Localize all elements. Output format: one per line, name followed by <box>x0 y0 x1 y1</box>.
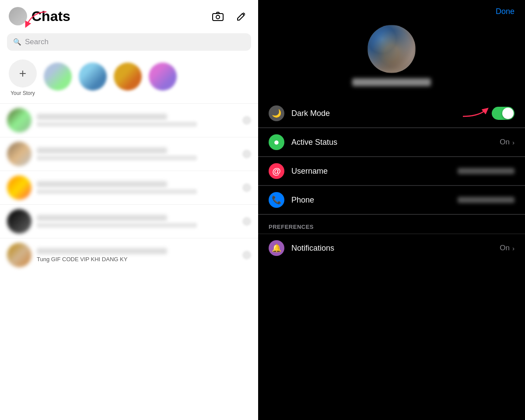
chat-avatar <box>7 108 32 133</box>
profile-section <box>258 21 525 99</box>
chat-message-blur <box>37 189 197 194</box>
left-panel: Chats 🔍 Search <box>0 0 258 420</box>
notifications-value: On <box>500 244 510 252</box>
phone-icon: 📞 <box>269 192 284 208</box>
profile-avatar-overlay <box>368 25 416 73</box>
settings-section: 🌙 Dark Mode <box>258 99 525 420</box>
dark-mode-item[interactable]: 🌙 Dark Mode <box>258 99 525 128</box>
header-icons <box>210 8 249 24</box>
chat-item[interactable] <box>0 103 258 137</box>
camera-button[interactable] <box>210 8 226 24</box>
chat-item[interactable] <box>0 204 258 238</box>
chat-name-blur <box>37 147 167 154</box>
chat-name-blur <box>37 114 167 120</box>
chat-name-blur <box>37 248 167 254</box>
user-avatar[interactable] <box>9 7 27 25</box>
active-status-icon: ● <box>269 134 284 150</box>
header-left: Chats <box>9 7 70 25</box>
right-panel: Done 🌙 Dark Mode <box>258 0 525 420</box>
story-avatar-4 <box>149 63 177 91</box>
svg-rect-1 <box>213 14 223 21</box>
active-status-chevron: › <box>512 139 514 146</box>
username-icon: @ <box>269 163 284 179</box>
chat-avatar <box>7 243 32 267</box>
story-item-4[interactable] <box>149 63 177 93</box>
phone-item[interactable]: 📞 Phone <box>258 186 525 214</box>
profile-name-blur <box>352 78 431 86</box>
notifications-label: Notifications <box>291 244 500 253</box>
chats-header: Chats <box>0 0 258 30</box>
chat-info <box>37 147 237 161</box>
add-story-button[interactable]: + <box>9 60 37 88</box>
search-placeholder-text: Search <box>25 38 49 46</box>
chat-message-blur <box>37 223 197 228</box>
active-status-label: Active Status <box>291 138 500 147</box>
chat-avatar <box>7 175 32 200</box>
chat-avatar <box>7 209 32 234</box>
chat-avatar <box>7 142 32 166</box>
search-icon: 🔍 <box>13 38 21 46</box>
chats-title: Chats <box>32 8 70 24</box>
chat-time <box>242 217 251 226</box>
story-item-2[interactable] <box>79 63 107 93</box>
stories-row: + Your Story <box>0 56 258 103</box>
chat-message-blur <box>37 122 197 127</box>
search-bar[interactable]: 🔍 Search <box>7 33 251 51</box>
notifications-icon: 🔔 <box>269 240 284 256</box>
dark-mode-toggle[interactable] <box>492 107 514 120</box>
story-avatar-2 <box>79 63 107 91</box>
chat-info <box>37 181 237 194</box>
your-story-label: Your Story <box>10 90 35 96</box>
username-value-blur <box>458 168 514 174</box>
chat-name-blur <box>37 215 167 221</box>
dark-mode-icon: 🌙 <box>269 105 284 121</box>
chat-time <box>242 251 251 259</box>
notifications-chevron: › <box>512 245 514 252</box>
phone-value-blur <box>458 197 514 203</box>
chat-item-last[interactable]: Tung GIF CODE VIP KHI DANG KY <box>0 238 258 272</box>
username-label: Username <box>291 167 458 176</box>
phone-label: Phone <box>291 196 458 205</box>
chat-message-blur <box>37 155 197 161</box>
chat-time <box>242 116 251 125</box>
chat-message-text: Tung GIF CODE VIP KHI DANG KY <box>37 256 237 262</box>
active-status-item[interactable]: ● Active Status On › <box>258 128 525 157</box>
preferences-header: PREFERENCES <box>258 215 525 234</box>
chat-time <box>242 150 251 158</box>
chat-name-blur <box>37 181 167 187</box>
your-story-item[interactable]: + Your Story <box>9 60 37 96</box>
story-item-1[interactable] <box>44 63 72 93</box>
chat-info <box>37 215 237 228</box>
chat-time <box>242 183 251 192</box>
right-header: Done <box>258 0 525 21</box>
chat-item[interactable] <box>0 137 258 171</box>
active-status-value: On <box>500 138 510 147</box>
svg-point-2 <box>216 15 220 19</box>
dark-mode-label: Dark Mode <box>291 109 492 118</box>
toggle-knob <box>502 108 514 119</box>
chat-info: Tung GIF CODE VIP KHI DANG KY <box>37 248 237 262</box>
story-item-3[interactable] <box>114 63 142 93</box>
toggle-wrapper <box>492 107 514 120</box>
notifications-item[interactable]: 🔔 Notifications On › <box>258 234 525 262</box>
username-item[interactable]: @ Username <box>258 157 525 186</box>
compose-button[interactable] <box>234 8 249 24</box>
chat-info <box>37 114 237 127</box>
chat-item[interactable] <box>0 171 258 204</box>
chat-list: Tung GIF CODE VIP KHI DANG KY <box>0 103 258 420</box>
profile-avatar[interactable] <box>368 25 416 73</box>
story-avatar-3 <box>114 63 142 91</box>
done-button[interactable]: Done <box>496 7 514 16</box>
story-avatar-1 <box>44 63 72 91</box>
